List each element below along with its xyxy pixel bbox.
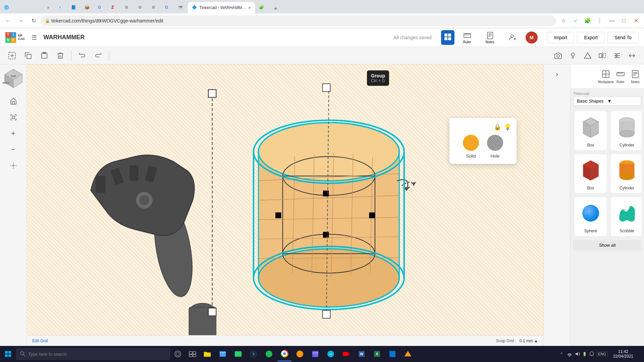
user-avatar[interactable]: M — [526, 32, 538, 44]
ruler-sidebar-button[interactable]: Ruler — [613, 66, 628, 87]
notes-sidebar-button[interactable]: Notes — [628, 66, 643, 87]
taskbar-app-dashboard[interactable] — [308, 347, 323, 361]
browser-tab-g1[interactable]: G — [94, 2, 107, 13]
workplane-sidebar-button[interactable]: Workplane — [598, 66, 613, 87]
browser-tab-s2[interactable]: ⚙ — [134, 2, 148, 13]
taskbar-app-excel[interactable]: X — [370, 347, 384, 361]
taskbar-search[interactable] — [16, 348, 170, 360]
taskbar-app-browser2[interactable] — [292, 347, 307, 361]
hole-shape-option[interactable]: Hole — [487, 135, 503, 159]
redo-tool[interactable] — [92, 49, 105, 62]
taskbar-app-files[interactable] — [215, 347, 230, 361]
taskbar-app-video[interactable] — [339, 347, 354, 361]
taskbar-app-word[interactable]: W — [354, 347, 369, 361]
browser-tab-z[interactable]: Z — [107, 2, 121, 13]
hole-circle[interactable] — [487, 135, 503, 151]
shape-tool[interactable] — [581, 49, 594, 62]
shape-card-box-outline[interactable]: Box — [575, 111, 607, 150]
move-tool-button[interactable] — [6, 158, 21, 173]
add-user-button[interactable] — [503, 31, 523, 44]
fit-view-button[interactable] — [6, 110, 21, 125]
edit-grid-button[interactable]: Edit Grid — [32, 339, 48, 343]
show-desktop-button[interactable] — [637, 347, 641, 361]
shape-card-cylinder-outline[interactable]: Cylinder — [611, 111, 641, 150]
close-browser-button[interactable]: ✕ — [631, 15, 641, 26]
undo-tool[interactable] — [75, 49, 89, 62]
network-icon[interactable] — [566, 351, 573, 357]
cortana-button[interactable] — [170, 347, 185, 361]
browser-tab-amazon[interactable]: 📦 — [80, 2, 94, 13]
notes-header-button[interactable]: Notes — [480, 29, 500, 46]
tab-close-tinkercad[interactable]: × — [248, 5, 251, 10]
system-clock[interactable]: 11:42 22/04/2021 — [610, 349, 636, 359]
ruler-header-button[interactable]: Ruler — [457, 29, 477, 46]
snap-dropdown-icon[interactable]: ▲ — [534, 339, 538, 343]
minimize-button[interactable]: — — [606, 15, 617, 26]
browser-settings-button[interactable]: ⋮ — [594, 15, 605, 26]
browser-tab-s1[interactable]: ⚙ — [121, 2, 134, 13]
hamburger-button[interactable]: ☰ — [29, 32, 40, 43]
volume-icon[interactable] — [574, 351, 581, 357]
settings-ext-button[interactable]: 🧩 — [582, 15, 593, 26]
taskbar-app-chrome[interactable] — [277, 347, 292, 361]
shape-card-scribble[interactable]: Scribble — [611, 197, 641, 236]
lock-icon[interactable]: 🔒 — [494, 123, 501, 131]
taskbar-app-steam[interactable]: S — [246, 347, 261, 361]
browser-tab-maps[interactable]: 🗺 — [174, 2, 188, 13]
canvas-area[interactable]: Group Ctrl + G 🔒 💡 Solid Hole — [27, 64, 543, 346]
taskbar-app-ai[interactable]: AI — [323, 347, 338, 361]
import-button[interactable]: Import — [547, 32, 575, 43]
camera-tool[interactable] — [551, 49, 565, 62]
zoom-out-button[interactable]: − — [6, 142, 21, 157]
tinkercad-logo[interactable]: T I N K ER CAD — [5, 32, 25, 43]
taskbar-app-maps2[interactable] — [385, 347, 400, 361]
bookmark-button[interactable]: ☆ — [558, 15, 569, 26]
grid-view-button[interactable] — [441, 30, 454, 45]
browser-tab-outlook[interactable]: 📧 — [54, 2, 67, 13]
show-all-button[interactable]: Show all — [573, 240, 641, 250]
shape-card-cylinder-orange[interactable]: Cylinder — [611, 154, 641, 193]
view-cube[interactable]: TOP RIGHT — [2, 67, 25, 90]
notification-icon[interactable] — [588, 351, 595, 357]
browser-tab-fb[interactable]: 📘 — [67, 2, 80, 13]
tab-close-1[interactable]: × — [47, 5, 50, 10]
shapes-dropdown[interactable]: Basic Shapes ▼ — [573, 96, 641, 106]
flip-tool[interactable] — [625, 49, 639, 62]
send-to-button[interactable]: Send To — [607, 32, 639, 43]
browser-tab-s3[interactable]: ⚙ — [148, 2, 161, 13]
refresh-button[interactable]: ↻ — [28, 15, 39, 26]
back-button[interactable]: ← — [3, 15, 13, 26]
mirror-tool[interactable] — [596, 49, 609, 62]
export-button[interactable]: Export — [577, 32, 604, 43]
taskbar-search-input[interactable] — [28, 352, 166, 357]
new-shape-tool[interactable] — [5, 49, 19, 62]
chevron-up-icon[interactable]: ^ — [558, 351, 565, 357]
taskbar-app-chat[interactable] — [231, 347, 246, 361]
start-button[interactable] — [0, 346, 16, 362]
browser-tab-ext[interactable]: 🧩 — [255, 2, 268, 13]
lightbulb-tool[interactable] — [566, 49, 580, 62]
solid-circle[interactable] — [463, 135, 479, 151]
forward-button[interactable]: → — [15, 15, 26, 26]
paste-tool[interactable] — [38, 49, 51, 62]
extension-button[interactable]: ✓ — [570, 15, 581, 26]
align-tool[interactable] — [610, 49, 624, 62]
new-tab-button[interactable]: + — [271, 4, 280, 13]
maximize-button[interactable]: □ — [619, 15, 629, 26]
address-bar[interactable]: 🔒 tinkercad.com/things/dtkWOGVCgqe-warha… — [41, 15, 556, 26]
browser-tab-tinkercad[interactable]: 🔷 Tinkercad - WARHAMMER × — [188, 2, 255, 13]
shape-card-box-red[interactable]: Box — [575, 154, 607, 193]
browser-tab-1[interactable]: 🌐 × — [0, 2, 54, 13]
home-view-button[interactable] — [6, 94, 21, 109]
task-view-button[interactable] — [185, 347, 200, 361]
copy-tool[interactable] — [21, 49, 35, 62]
browser-tab-g2[interactable]: G — [161, 2, 174, 13]
solid-shape-option[interactable]: Solid — [463, 135, 479, 159]
taskbar-app-explorer[interactable] — [200, 347, 215, 361]
shape-card-sphere[interactable]: Sphere — [575, 197, 607, 236]
keyboard-layout[interactable]: ENG — [596, 352, 608, 356]
zoom-in-button[interactable]: + — [6, 126, 21, 141]
bulb-icon[interactable]: 💡 — [504, 123, 511, 131]
battery-icon[interactable]: 🔋 — [582, 352, 587, 356]
taskbar-app-tinkercad[interactable] — [400, 347, 415, 361]
